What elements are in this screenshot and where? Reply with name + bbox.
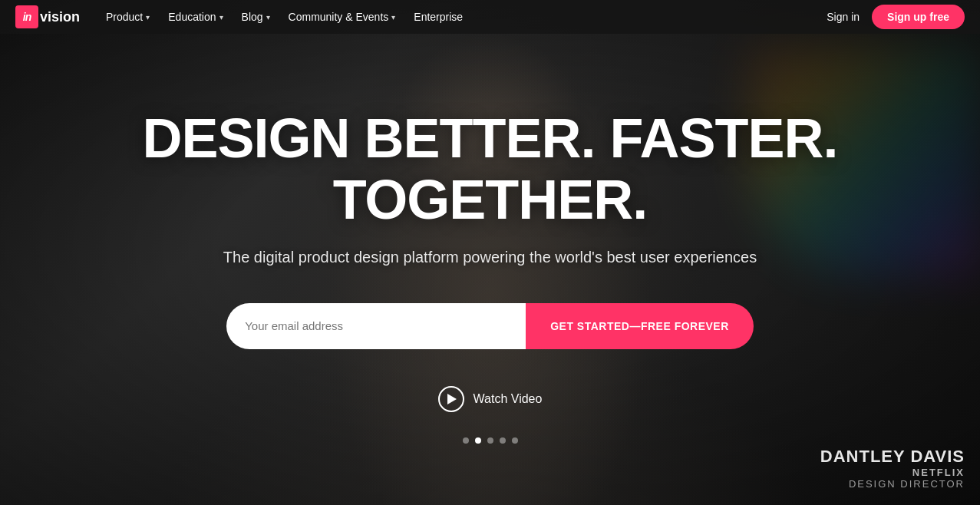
hero-content: DESIGN BETTER. FASTER. TOGETHER. The dig… — [0, 108, 980, 411]
email-input[interactable] — [226, 303, 526, 349]
logo-icon: in — [15, 5, 38, 28]
dot-2[interactable] — [475, 437, 481, 444]
nav-item-community[interactable]: Community & Events ▾ — [281, 6, 404, 28]
chevron-down-icon: ▾ — [266, 13, 270, 21]
dot-4[interactable] — [500, 437, 506, 444]
play-triangle — [447, 394, 457, 404]
watch-video-link[interactable]: Watch Video — [31, 386, 949, 412]
dot-5[interactable] — [512, 437, 518, 444]
logo-vision-text: vision — [40, 9, 80, 25]
cta-row: GET STARTED—FREE FOREVER — [31, 303, 949, 349]
chevron-down-icon: ▾ — [391, 13, 395, 21]
dot-3[interactable] — [487, 437, 493, 444]
nav-item-product[interactable]: Product ▾ — [98, 6, 157, 28]
nav-right: Sign in Sign up free — [827, 5, 965, 29]
hero-title: DESIGN BETTER. FASTER. TOGETHER. — [31, 108, 949, 229]
chevron-down-icon: ▾ — [219, 13, 223, 21]
chevron-down-icon: ▾ — [146, 13, 150, 21]
logo-in: in — [23, 11, 31, 23]
nav-links: Product ▾ Education ▾ Blog ▾ Community &… — [98, 6, 827, 28]
dot-1[interactable] — [463, 437, 469, 444]
nav-education-label: Education — [168, 11, 216, 23]
watch-video-label: Watch Video — [474, 392, 543, 406]
hero-subtitle: The digital product design platform powe… — [31, 249, 949, 266]
nav-item-blog[interactable]: Blog ▾ — [234, 6, 278, 28]
signup-button[interactable]: Sign up free — [872, 5, 965, 29]
credit-company: NETFLIX — [820, 467, 965, 478]
main-nav: in vision Product ▾ Education ▾ Blog ▾ C… — [0, 0, 980, 34]
sign-in-link[interactable]: Sign in — [827, 11, 860, 23]
get-started-button[interactable]: GET STARTED—FREE FOREVER — [526, 303, 754, 349]
play-icon — [438, 386, 464, 412]
nav-product-label: Product — [106, 11, 143, 23]
nav-community-label: Community & Events — [289, 11, 389, 23]
credit-name: DANTLEY DAVIS — [820, 447, 965, 467]
hero-section: in vision Product ▾ Education ▾ Blog ▾ C… — [0, 0, 980, 505]
nav-blog-label: Blog — [242, 11, 263, 23]
credit-role: DESIGN DIRECTOR — [820, 478, 965, 490]
nav-item-education[interactable]: Education ▾ — [160, 6, 230, 28]
nav-item-enterprise[interactable]: Enterprise — [406, 6, 470, 28]
bottom-credit: DANTLEY DAVIS NETFLIX DESIGN DIRECTOR — [820, 447, 965, 490]
carousel-dots — [463, 437, 518, 444]
logo[interactable]: in vision — [15, 5, 80, 28]
nav-enterprise-label: Enterprise — [414, 11, 463, 23]
